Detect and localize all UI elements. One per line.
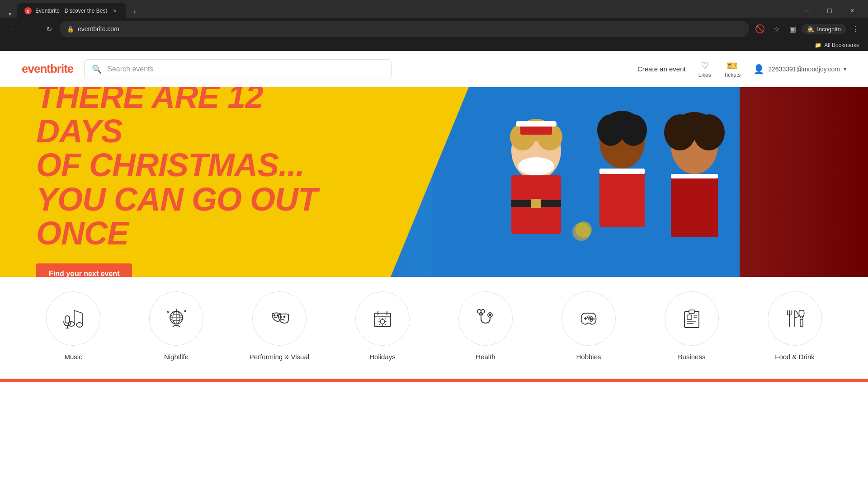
category-nightlife[interactable]: Nightlife xyxy=(125,291,228,361)
category-performing-label: Performing & Visual xyxy=(250,353,309,361)
hero-headline: THERE ARE 12 DAYS OF CHRISTMAS... YOU CA… xyxy=(36,87,353,251)
svg-rect-31 xyxy=(65,316,70,323)
tickets-button[interactable]: 🎫 Tickets xyxy=(724,60,741,78)
category-performing-circle xyxy=(252,291,307,346)
category-nightlife-label: Nightlife xyxy=(164,353,189,361)
incognito-button[interactable]: 🕵 Incognito xyxy=(802,24,846,34)
category-food-circle xyxy=(768,291,822,346)
svg-line-26 xyxy=(74,310,82,313)
svg-point-30 xyxy=(76,323,83,327)
hero-headline-line2: OF CHRISTMAS... xyxy=(36,147,304,183)
nightlife-icon xyxy=(165,307,188,330)
holidays-icon xyxy=(371,307,394,330)
tickets-label: Tickets xyxy=(724,72,741,78)
find-event-button[interactable]: Find your next event xyxy=(36,263,132,277)
reload-button[interactable]: ↻ xyxy=(42,22,56,36)
minimize-button[interactable]: ─ xyxy=(797,4,817,18)
categories-section: Music xyxy=(0,277,868,379)
svg-point-48 xyxy=(284,316,285,318)
svg-point-65 xyxy=(481,310,485,313)
all-bookmarks-button[interactable]: 📁 All Bookmarks xyxy=(811,41,863,49)
hero-text-block: THERE ARE 12 DAYS OF CHRISTMAS... YOU CA… xyxy=(36,87,353,277)
category-hobbies-circle xyxy=(561,291,616,346)
bookmark-star-icon[interactable]: ☆ xyxy=(769,22,783,36)
user-icon: 👤 xyxy=(753,64,764,75)
svg-rect-22 xyxy=(671,174,718,178)
url-text: eventbrite.com xyxy=(78,25,742,33)
eventbrite-logo[interactable]: eventbrite xyxy=(22,62,73,76)
category-business-circle xyxy=(665,291,719,346)
svg-point-45 xyxy=(274,315,275,316)
browser-tab-active[interactable]: e Eventbrite - Discover the Best × xyxy=(17,3,126,19)
category-music-circle xyxy=(46,291,100,346)
category-food-drink-label: Food & Drink xyxy=(775,353,815,361)
hero-banner: THERE ARE 12 DAYS OF CHRISTMAS... YOU CA… xyxy=(0,87,868,277)
svg-point-25 xyxy=(576,221,592,238)
bookmarks-folder-icon: 📁 xyxy=(815,42,821,48)
category-holidays[interactable]: Holidays xyxy=(331,291,434,361)
bookmarks-bar: 📁 All Bookmarks xyxy=(0,40,868,51)
eye-off-icon[interactable]: 🚫 xyxy=(753,22,767,36)
address-bar[interactable]: 🔒 eventbrite.com xyxy=(60,21,749,37)
svg-rect-78 xyxy=(687,315,692,319)
svg-point-75 xyxy=(589,318,590,320)
back-button[interactable]: ← xyxy=(5,22,20,36)
category-performing-visual[interactable]: Performing & Visual xyxy=(228,291,331,361)
category-hobbies-label: Hobbies xyxy=(576,353,601,361)
performing-icon xyxy=(268,307,291,330)
menu-button[interactable]: ⋮ xyxy=(848,22,863,36)
category-business-label: Business xyxy=(678,353,706,361)
svg-point-63 xyxy=(489,314,491,316)
forward-button[interactable]: → xyxy=(24,22,38,36)
svg-rect-23 xyxy=(671,178,718,237)
create-event-button[interactable]: Create an event xyxy=(637,65,686,73)
search-icon: 🔍 xyxy=(92,64,102,74)
bottom-orange-bar xyxy=(0,379,868,382)
account-button[interactable]: 👤 22633391@moodjoy.com ▾ xyxy=(753,64,846,75)
all-bookmarks-label: All Bookmarks xyxy=(824,42,859,48)
ticket-icon: 🎫 xyxy=(726,60,738,71)
category-holidays-label: Holidays xyxy=(369,353,396,361)
tab-dropdown-arrow[interactable]: ▾ xyxy=(5,9,14,19)
browser-chrome: ▾ e Eventbrite - Discover the Best × + ─… xyxy=(0,0,868,51)
category-health[interactable]: Health xyxy=(434,291,537,361)
heart-icon: ♡ xyxy=(701,60,709,71)
tab-close-button[interactable]: × xyxy=(111,7,119,15)
account-dropdown-arrow: ▾ xyxy=(844,66,846,72)
new-tab-button[interactable]: + xyxy=(128,6,141,19)
search-bar[interactable]: 🔍 Search events xyxy=(84,59,392,79)
address-lock-icon: 🔒 xyxy=(67,26,74,33)
svg-line-59 xyxy=(385,324,386,325)
svg-point-46 xyxy=(277,315,278,316)
category-food-drink[interactable]: Food & Drink xyxy=(743,291,846,361)
window-controls: ─ □ × xyxy=(797,4,863,18)
search-placeholder-text: Search events xyxy=(107,65,153,73)
browser-toolbar: ← → ↻ 🔒 eventbrite.com 🚫 ☆ ▣ 🕵 Incognito… xyxy=(0,18,868,40)
category-hobbies[interactable]: Hobbies xyxy=(537,291,640,361)
category-health-circle xyxy=(458,291,513,346)
tab-title: Eventbrite - Discover the Best xyxy=(35,8,107,14)
category-music[interactable]: Music xyxy=(22,291,125,361)
svg-line-61 xyxy=(379,324,380,325)
svg-rect-10 xyxy=(531,199,541,208)
maximize-button[interactable]: □ xyxy=(819,4,840,18)
likes-button[interactable]: ♡ Likes xyxy=(698,60,711,78)
category-business[interactable]: Business xyxy=(640,291,743,361)
food-drink-icon xyxy=(783,307,807,330)
hero-headline-line1: THERE ARE 12 DAYS xyxy=(36,87,263,149)
svg-point-47 xyxy=(280,317,282,318)
category-nightlife-circle xyxy=(149,291,203,346)
svg-rect-6 xyxy=(516,121,557,127)
category-holidays-circle xyxy=(355,291,410,346)
svg-line-60 xyxy=(385,319,386,319)
website-content: eventbrite 🔍 Search events Create an eve… xyxy=(0,51,868,382)
incognito-icon: 🕵 xyxy=(807,26,814,33)
eventbrite-header: eventbrite 🔍 Search events Create an eve… xyxy=(0,51,868,87)
svg-point-64 xyxy=(477,310,481,313)
close-button[interactable]: × xyxy=(842,4,863,18)
likes-label: Likes xyxy=(698,72,711,78)
svg-point-14 xyxy=(605,111,639,136)
category-health-label: Health xyxy=(476,353,495,361)
business-icon xyxy=(680,307,703,330)
sidebar-icon[interactable]: ▣ xyxy=(785,22,800,36)
